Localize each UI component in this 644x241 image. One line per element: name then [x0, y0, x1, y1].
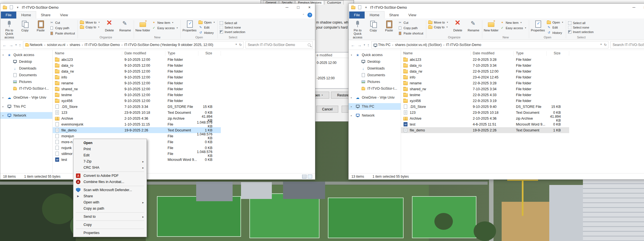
- table-row[interactable]: shared_rw9-10-2025 12:00File folder: [53, 86, 221, 92]
- sidebar-item-network[interactable]: ▸Network: [0, 112, 52, 119]
- table-row[interactable]: morejunFile1.048.576 KB: [53, 133, 221, 139]
- tab-file[interactable]: File: [349, 11, 365, 18]
- table-row[interactable]: xyz45622-9-2025 3:19File folder: [401, 98, 569, 104]
- sidebar-item-onedrive[interactable]: ▸☁OneDrive - Vrije Univ: [0, 94, 52, 101]
- table-row[interactable]: data_ro9-10-2025 12:00File folder: [53, 62, 221, 68]
- copy-path-button[interactable]: Copy path: [48, 26, 77, 30]
- up-icon[interactable]: ↑: [19, 43, 21, 47]
- menu-item-convert-adobe-pdf[interactable]: Convert to Adobe PDF: [73, 173, 147, 179]
- title-bar[interactable]: ▾ IT-ITVO-SciStor-Demo ─ □ ×: [0, 4, 315, 11]
- select-all-button[interactable]: Select all: [219, 21, 247, 25]
- sidebar-item-scistor-share[interactable]: IT-ITVO-SciStor-I...: [349, 85, 401, 92]
- view-thumbnails-icon[interactable]: [308, 175, 312, 179]
- sidebar-item-network[interactable]: ▸Network: [349, 112, 401, 119]
- table-row[interactable]: Archive2-10-2025 4:36zip Archive41.894 K…: [53, 115, 221, 121]
- sidebar-item-documents[interactable]: Documents: [349, 72, 401, 78]
- rename-button[interactable]: Rename: [465, 19, 481, 32]
- history-button[interactable]: ↺History: [546, 30, 565, 35]
- column-header-type[interactable]: Type: [165, 51, 198, 56]
- breadcrumb-segment[interactable]: Network: [30, 43, 43, 47]
- breadcrumb-segment[interactable]: scistor.vu.nl: [47, 43, 65, 47]
- recent-locations-icon[interactable]: ▾: [364, 43, 365, 46]
- delete-button[interactable]: Delete: [450, 19, 465, 32]
- tab-file[interactable]: File: [1, 11, 16, 18]
- address-dropdown-icon[interactable]: ▾: [235, 43, 237, 47]
- table-row[interactable]: abc1239-10-2025 12:00File folder: [53, 57, 221, 62]
- back-icon[interactable]: ←: [3, 43, 7, 47]
- menu-item-7zip[interactable]: 7-Zip▸: [73, 158, 147, 164]
- column-header-type[interactable]: Type: [514, 51, 547, 56]
- breadcrumb-segment[interactable]: IT-ITVO-SciStor-Demo: [446, 43, 481, 47]
- tab-share[interactable]: Share: [36, 11, 55, 18]
- search-icon[interactable]: [308, 43, 311, 46]
- paste-shortcut-button[interactable]: Paste shortcut: [397, 31, 425, 36]
- breadcrumb-segment[interactable]: shares: [70, 43, 80, 47]
- select-none-button[interactable]: Select none: [219, 26, 247, 29]
- refresh-icon[interactable]: ↻: [604, 43, 607, 47]
- breadcrumb-separator-icon[interactable]: ›: [391, 43, 394, 47]
- search-box[interactable]: [610, 41, 644, 48]
- tab-home[interactable]: Home: [16, 11, 36, 18]
- chevron-collapsed-icon[interactable]: ▸: [351, 114, 352, 117]
- chevron-collapsed-icon[interactable]: ▸: [351, 96, 352, 99]
- move-to-button[interactable]: Move to▾: [79, 20, 101, 24]
- menu-item-send-to[interactable]: Send to▸: [73, 214, 147, 220]
- select-all-button[interactable]: Select all: [567, 21, 596, 25]
- chevron-collapsed-icon[interactable]: ▸: [3, 96, 4, 99]
- column-header-name[interactable]: Name: [53, 51, 122, 56]
- breadcrumb-segment[interactable]: IT-ITVO-SciStor-Demo: [85, 43, 120, 47]
- invert-selection-button[interactable]: Invert selection: [567, 30, 596, 34]
- table-row[interactable]: xyz4569-10-2025 12:00File folder: [53, 98, 221, 104]
- edit-button[interactable]: ✎Edit: [197, 25, 217, 30]
- refresh-icon[interactable]: ↻: [239, 43, 242, 47]
- minimize-button[interactable]: ─: [281, 4, 293, 11]
- chevron-collapsed-icon[interactable]: ▸: [3, 105, 4, 108]
- sidebar-item-pictures[interactable]: Pictures: [0, 78, 52, 85]
- cut-button[interactable]: ✂Cut: [48, 20, 77, 25]
- cancel-button[interactable]: Cancel: [316, 106, 338, 113]
- column-header-date[interactable]: Date modified: [471, 51, 514, 56]
- chevron-down-icon[interactable]: ▾: [364, 5, 368, 10]
- tab-view[interactable]: View: [404, 11, 421, 18]
- menu-item-print[interactable]: Print: [73, 146, 147, 152]
- chevron-expanded-icon[interactable]: ▾: [351, 54, 352, 56]
- copy-path-button[interactable]: Copy path: [397, 26, 425, 30]
- close-button[interactable]: ×: [304, 4, 315, 11]
- table-row[interactable]: testme22-9-2025 4:33File folder: [401, 92, 569, 98]
- sidebar-item-documents[interactable]: Documents: [0, 72, 52, 78]
- view-list-icon[interactable]: [302, 175, 307, 179]
- delete-button[interactable]: Delete: [101, 19, 117, 32]
- sidebar-item-quick-access[interactable]: ▾★Quick access: [0, 52, 52, 58]
- sidebar-item-downloads[interactable]: ↓Downloads: [349, 65, 401, 72]
- edit-button[interactable]: ✎Edit: [546, 25, 565, 30]
- menu-item-edit[interactable]: Edit: [73, 152, 147, 158]
- copy-to-button[interactable]: Copy to▾: [79, 25, 101, 29]
- table-row[interactable]: shared_rw7-10-2025 3:34File folder: [401, 86, 569, 92]
- menu-item-combine-acrobat[interactable]: Combine files in Acrobat...: [73, 179, 147, 185]
- quick-access-toolbar-folder-icon[interactable]: [357, 5, 362, 10]
- copy-button[interactable]: Copy: [365, 19, 381, 32]
- easy-access-button[interactable]: ✓Easy access▾: [499, 26, 528, 30]
- breadcrumb-separator-icon[interactable]: ›: [81, 43, 84, 47]
- table-row[interactable]: data_rw22-9-2025 12:00File folder: [401, 68, 569, 74]
- pin-to-quick-access-button[interactable]: Pin to Quick access: [350, 19, 365, 39]
- table-row[interactable]: evenmorejunk1-10-2025 11:15File1.048.576…: [53, 121, 221, 127]
- new-item-button[interactable]: ✦New item▾: [499, 20, 528, 25]
- sidebar-item-this-pc[interactable]: ▸This PC: [0, 103, 52, 110]
- sidebar-item-desktop[interactable]: Desktop: [349, 58, 401, 65]
- minimize-button[interactable]: ─: [628, 4, 640, 11]
- sidebar-item-quick-access[interactable]: ▾★Quick access: [349, 52, 401, 58]
- menu-item-crc-sha[interactable]: CRC SHA▸: [73, 164, 147, 171]
- back-icon[interactable]: ←: [351, 43, 355, 47]
- table-row[interactable]: 12323-9-2025 10:18Text Document0 KB: [53, 110, 221, 115]
- invert-selection-button[interactable]: Invert selection: [219, 30, 247, 34]
- pin-to-quick-access-button[interactable]: Pin to Quick access: [1, 19, 17, 39]
- tab-share[interactable]: Share: [384, 11, 404, 18]
- paste-button[interactable]: Paste: [381, 19, 397, 32]
- quick-access-toolbar-folder-icon[interactable]: [9, 5, 13, 10]
- table-row[interactable]: info9-10-2025 12:00File folder: [53, 74, 221, 80]
- table-row[interactable]: abc12322-9-2025 3:28File folder: [401, 57, 569, 62]
- copy-button[interactable]: Copy: [17, 19, 33, 32]
- recent-locations-icon[interactable]: ▾: [15, 43, 17, 46]
- properties-button[interactable]: Properties: [530, 19, 546, 32]
